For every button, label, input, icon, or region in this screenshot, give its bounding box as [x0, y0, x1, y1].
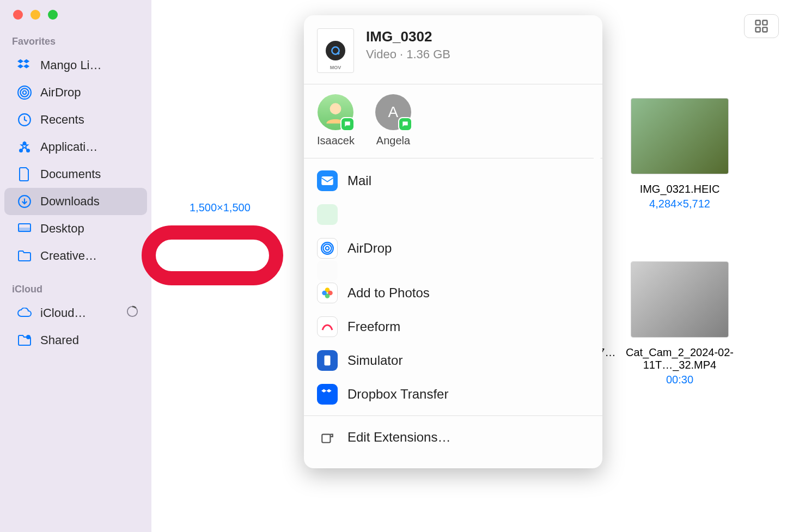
avatar [318, 94, 353, 130]
simulator-icon [317, 350, 338, 371]
sidebar-item-label: Documents [40, 167, 101, 181]
sidebar-item-label: Mango Li… [40, 58, 102, 72]
avatar-initial: A [388, 103, 399, 121]
svg-rect-26 [325, 356, 331, 365]
svg-point-6 [23, 142, 26, 144]
dropbox-icon [16, 57, 33, 74]
file-thumbnail [631, 261, 729, 338]
file-type-icon: MOV [317, 28, 354, 73]
document-icon [16, 166, 33, 182]
sidebar-item-label: Recents [40, 113, 84, 127]
share-header: MOV IMG_0302 Video · 1.36 GB [304, 28, 602, 84]
svg-point-25 [322, 291, 327, 296]
file-item[interactable]: Cat_Cam_2_2024-02-11T…_32.MP4 00:30 [625, 261, 734, 386]
messages-badge-icon [340, 117, 355, 131]
svg-point-19 [326, 247, 330, 250]
share-edit-extensions[interactable]: Edit Extensions… [304, 420, 602, 454]
sidebar-item-shared[interactable]: Shared [4, 327, 147, 354]
share-app-label: AirDrop [347, 241, 392, 256]
file-thumbnail [631, 98, 729, 174]
svg-point-11 [27, 335, 30, 339]
sidebar-item-creative[interactable]: Creative… [4, 242, 147, 270]
share-person[interactable]: Isaacek [317, 94, 355, 147]
sidebar-item-label: AirDrop [40, 85, 81, 100]
person-name: Isaacek [317, 134, 355, 147]
share-file-sub: Video · 1.36 GB [366, 47, 450, 62]
share-app-simulator[interactable]: Simulator [304, 344, 602, 377]
file-item[interactable]: IMG_0321.HEIC 4,284×5,712 [625, 98, 734, 212]
share-person[interactable]: A Angela [375, 94, 411, 147]
close-button[interactable] [13, 10, 23, 20]
dropbox-transfer-icon [317, 384, 338, 405]
sidebar: Favorites Mango Li… AirDrop Recents Appl… [0, 0, 151, 532]
share-file-title: IMG_0302 [366, 28, 450, 45]
sidebar-item-label: Creative… [40, 249, 97, 263]
share-app-dropbox-transfer[interactable]: Dropbox Transfer [304, 377, 602, 411]
svg-rect-27 [322, 435, 330, 443]
mail-icon [317, 170, 338, 191]
progress-icon [126, 305, 138, 321]
svg-point-17 [330, 103, 341, 114]
sidebar-item-airdrop[interactable]: AirDrop [4, 79, 147, 106]
svg-point-4 [20, 149, 22, 151]
svg-rect-15 [762, 27, 767, 32]
svg-point-0 [23, 91, 27, 95]
share-app-hidden2[interactable] [304, 265, 602, 276]
share-app-label: Mail [347, 173, 371, 188]
file-meta: 00:30 [666, 374, 693, 386]
sidebar-item-label: Downloads [40, 194, 100, 209]
person-name: Angela [376, 134, 410, 147]
sidebar-section-icloud: iCloud [0, 284, 151, 299]
extensions-icon [317, 427, 338, 448]
share-app-mail[interactable]: Mail [304, 164, 602, 198]
svg-rect-13 [762, 21, 767, 25]
share-app-hidden[interactable] [304, 198, 602, 231]
svg-rect-9 [19, 228, 30, 231]
app-icon [317, 204, 338, 225]
share-app-freeform[interactable]: Freeform [304, 310, 602, 344]
sidebar-item-label: Shared [40, 333, 79, 347]
minimize-button[interactable] [30, 10, 40, 20]
maximize-button[interactable] [48, 10, 58, 20]
svg-rect-14 [756, 27, 760, 32]
sidebar-item-downloads[interactable]: Downloads [4, 188, 147, 215]
sidebar-item-label: iCloud… [40, 306, 86, 320]
view-mode-button[interactable] [744, 14, 779, 38]
svg-point-20 [323, 244, 331, 252]
share-app-label: Add to Photos [347, 285, 430, 301]
clock-icon [16, 112, 33, 128]
share-app-label: Dropbox Transfer [347, 387, 448, 402]
file-meta: 4,284×5,712 [649, 198, 710, 210]
downloads-icon [16, 193, 33, 210]
svg-rect-12 [756, 21, 760, 25]
main-content: 1,500×1,500 2,048×1,536 IMG_0302.MOV 02:… [151, 0, 793, 532]
svg-point-5 [27, 149, 29, 151]
sidebar-item-icloud[interactable]: iCloud… [4, 299, 147, 327]
airdrop-app-icon [317, 238, 338, 259]
sidebar-item-applications[interactable]: Applicati… [4, 133, 147, 161]
sidebar-item-documents[interactable]: Documents [4, 161, 147, 188]
share-people-row: Isaacek A Angela [304, 84, 602, 158]
freeform-icon [317, 316, 338, 337]
share-apps-list: Mail AirDrop Add to Photos [304, 158, 602, 458]
svg-point-1 [20, 88, 28, 96]
sidebar-item-desktop[interactable]: Desktop [4, 215, 147, 242]
avatar: A [375, 94, 411, 130]
share-app-airdrop[interactable]: AirDrop [304, 231, 602, 265]
share-app-label: Edit Extensions… [347, 430, 450, 445]
airdrop-icon [16, 84, 33, 101]
share-app-photos[interactable]: Add to Photos [304, 276, 602, 310]
sidebar-item-recents[interactable]: Recents [4, 106, 147, 133]
folder-icon [16, 248, 33, 264]
share-popover: MOV IMG_0302 Video · 1.36 GB Isaacek [304, 15, 602, 468]
applications-icon [16, 139, 33, 155]
file-meta: 1,500×1,500 [190, 201, 251, 214]
share-app-label: Simulator [347, 353, 402, 368]
share-app-label: Freeform [347, 319, 400, 334]
cloud-icon [16, 305, 33, 321]
sidebar-item-dropbox[interactable]: Mango Li… [4, 52, 147, 79]
sidebar-section-favorites: Favorites [0, 36, 151, 52]
photos-icon [317, 283, 338, 303]
file-name: IMG_0321.HEIC [640, 183, 720, 195]
file-name: Cat_Cam_2_2024-02-11T…_32.MP4 [625, 346, 734, 371]
